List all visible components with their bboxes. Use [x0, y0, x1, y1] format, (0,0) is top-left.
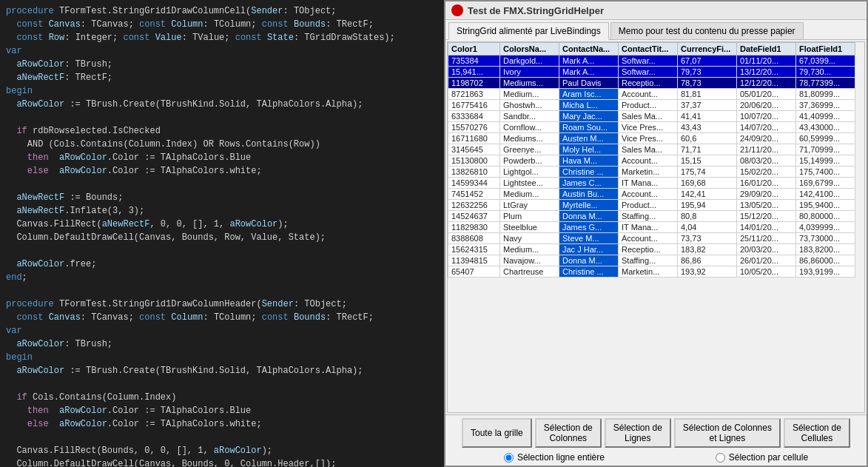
- cell-7-0: 16711680: [448, 133, 500, 144]
- table-row[interactable]: 1198702Mediums...Paul DavisReceptio...78…: [448, 78, 855, 89]
- cell-9-0: 15130800: [448, 155, 500, 167]
- grid-header: Color1ColorsNa...ContactNa...ContactTit.…: [448, 43, 855, 56]
- table-row[interactable]: 11394815Navajow...Donna M...Staffing...8…: [448, 255, 855, 266]
- table-row[interactable]: 16775416Ghostwh...Micha L...Product...37…: [448, 100, 855, 111]
- cell-1-1: Ivory: [500, 67, 559, 78]
- cell-6-3: Vice Pres...: [619, 122, 678, 133]
- cell-11-1: Lightstee...: [500, 178, 559, 189]
- cell-12-1: Medium...: [500, 189, 559, 200]
- table-row[interactable]: 15570276Cornflow...Roam Sou...Vice Pres.…: [448, 122, 855, 133]
- cell-8-5: 21/11/20...: [737, 144, 796, 155]
- col-header-5: DateField1: [737, 43, 796, 56]
- cell-5-1: Sandbr...: [500, 111, 559, 122]
- cell-0-0: 735384: [448, 56, 500, 67]
- grid-body: 735384Darkgold...Mark A...Softwar...67,0…: [448, 56, 855, 278]
- table-row[interactable]: 8721863Medium...Aram Isc...Account...81,…: [448, 89, 855, 100]
- btn-selection-col-lig[interactable]: Sélection de Colonneset Lignes: [674, 418, 781, 448]
- table-row[interactable]: 6333684Sandbr...Mary Jac...Sales Ma...41…: [448, 111, 855, 122]
- cell-8-1: Greenye...: [500, 144, 559, 155]
- cell-9-4: 15,15: [678, 155, 737, 167]
- table-row[interactable]: 8388608NavySteve M...Account...73,7325/1…: [448, 233, 855, 244]
- cell-10-3: Marketin...: [619, 167, 678, 178]
- cell-13-5: 13/05/20...: [737, 200, 796, 211]
- cell-18-4: 86,86: [678, 255, 737, 266]
- table-row[interactable]: 14524637PlumDonna M...Staffing...80,815/…: [448, 211, 855, 222]
- bottom-bar: Toute la grille Sélection deColonnes Sél…: [445, 414, 867, 466]
- cell-7-4: 60,6: [678, 133, 737, 144]
- table-row[interactable]: 15624315Medium...Jac J Har...Receptio...…: [448, 244, 855, 255]
- radio-par-cellule[interactable]: [716, 453, 725, 463]
- cell-16-3: Account...: [619, 233, 678, 244]
- tabs-bar: StringGrid alimenté par LiveBindings Mem…: [445, 20, 867, 40]
- table-row[interactable]: 13826810Lightgol...Christine ...Marketin…: [448, 167, 855, 178]
- radio-row: Sélection ligne entière Sélection par ce…: [448, 452, 864, 463]
- cell-5-4: 41,41: [678, 111, 737, 122]
- grid-container[interactable]: Color1ColorsNa...ContactNa...ContactTit.…: [447, 41, 865, 413]
- cell-10-5: 15/02/20...: [737, 167, 796, 178]
- radio-par-cellule-label: Sélection par cellule: [729, 452, 808, 463]
- table-row[interactable]: 15130800Powderb...Hava M...Account...15,…: [448, 155, 855, 167]
- cell-6-6: 43,43000...: [796, 122, 855, 133]
- cell-14-4: 80,8: [678, 211, 737, 222]
- tab-memo[interactable]: Memo pour test du contenu du presse papi…: [610, 22, 804, 39]
- radio-ligne-entiere-label: Sélection ligne entière: [517, 452, 605, 463]
- btn-selection-lignes[interactable]: Sélection deLignes: [605, 418, 671, 448]
- cell-15-5: 14/01/20...: [737, 222, 796, 233]
- cell-15-6: 4,039999...: [796, 222, 855, 233]
- gui-panel: Test de FMX.StringGridHelper StringGrid …: [444, 0, 868, 467]
- cell-3-5: 05/01/20...: [737, 89, 796, 100]
- cell-19-1: Chartreuse: [500, 266, 559, 278]
- table-row[interactable]: 11829830SteelblueJames G...IT Mana...4,0…: [448, 222, 855, 233]
- cell-10-0: 13826810: [448, 167, 500, 178]
- cell-18-3: Staffing...: [619, 255, 678, 266]
- cell-9-3: Account...: [619, 155, 678, 167]
- cell-2-2: Paul Davis: [559, 78, 619, 89]
- table-row[interactable]: 735384Darkgold...Mark A...Softwar...67,0…: [448, 56, 855, 67]
- cell-2-1: Mediums...: [500, 78, 559, 89]
- cell-17-4: 183,82: [678, 244, 737, 255]
- cell-1-5: 13/12/20...: [737, 67, 796, 78]
- cell-6-0: 15570276: [448, 122, 500, 133]
- table-row[interactable]: 14599344Lightstee...James C...IT Mana...…: [448, 178, 855, 189]
- cell-19-2: Christine ...: [559, 266, 619, 278]
- btn-selection-colonnes[interactable]: Sélection deColonnes: [535, 418, 602, 448]
- table-row[interactable]: 12632256LtGrayMyrtelle...Product...195,9…: [448, 200, 855, 211]
- table-row[interactable]: 7451452Medium...Austin Bu...Account...14…: [448, 189, 855, 200]
- table-row[interactable]: 15,941...IvoryMark A...Softwar...79,7313…: [448, 67, 855, 78]
- cell-12-3: Account...: [619, 189, 678, 200]
- col-header-6: FloatField1: [796, 43, 855, 56]
- cell-10-2: Christine ...: [559, 167, 619, 178]
- cell-10-4: 175,74: [678, 167, 737, 178]
- cell-6-5: 14/07/20...: [737, 122, 796, 133]
- cell-11-6: 169,6799...: [796, 178, 855, 189]
- col-header-1: ColorsNa...: [500, 43, 559, 56]
- cell-17-5: 20/03/20...: [737, 244, 796, 255]
- btn-toute-grille[interactable]: Toute la grille: [462, 418, 532, 448]
- cell-4-4: 37,37: [678, 100, 737, 111]
- cell-15-2: James G...: [559, 222, 619, 233]
- cell-12-4: 142,41: [678, 189, 737, 200]
- cell-17-1: Medium...: [500, 244, 559, 255]
- cell-1-0: 15,941...: [448, 67, 500, 78]
- cell-2-5: 12/12/20...: [737, 78, 796, 89]
- col-header-0: Color1: [448, 43, 500, 56]
- cell-4-5: 20/06/20...: [737, 100, 796, 111]
- cell-9-5: 08/03/20...: [737, 155, 796, 167]
- cell-14-5: 15/12/20...: [737, 211, 796, 222]
- cell-13-2: Myrtelle...: [559, 200, 619, 211]
- cell-7-6: 60,59999...: [796, 133, 855, 144]
- cell-2-3: Receptio...: [619, 78, 678, 89]
- table-row[interactable]: 16711680Mediums...Austen M...Vice Pres..…: [448, 133, 855, 144]
- table-row[interactable]: 3145645Greenye...Moly Hel...Sales Ma...7…: [448, 144, 855, 155]
- cell-11-4: 169,68: [678, 178, 737, 189]
- cell-3-2: Aram Isc...: [559, 89, 619, 100]
- tab-livebindings[interactable]: StringGrid alimenté par LiveBindings: [448, 22, 609, 40]
- cell-15-0: 11829830: [448, 222, 500, 233]
- cell-7-3: Vice Pres...: [619, 133, 678, 144]
- radio-ligne-entiere[interactable]: [504, 453, 514, 463]
- cell-14-1: Plum: [500, 211, 559, 222]
- cell-16-5: 25/11/20...: [737, 233, 796, 244]
- cell-19-3: Marketin...: [619, 266, 678, 278]
- btn-selection-cellules[interactable]: Sélection deCellules: [784, 418, 850, 448]
- table-row[interactable]: 65407ChartreuseChristine ...Marketin...1…: [448, 266, 855, 278]
